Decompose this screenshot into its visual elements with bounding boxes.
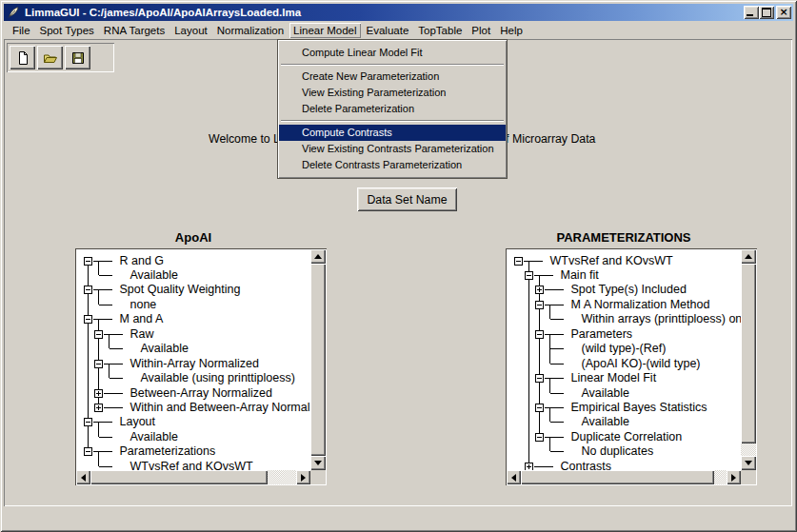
tree-node-label[interactable]: Within and Between-Array Normalized xyxy=(130,400,311,415)
tree-expand-toggle[interactable] xyxy=(525,463,533,470)
menu-item-create-new-parameterization[interactable]: Create New Parameterization xyxy=(279,69,506,85)
tree-collapse-toggle[interactable] xyxy=(84,257,92,266)
menu-item-compute-contrasts[interactable]: Compute Contrasts xyxy=(279,125,506,141)
menubar-item-help[interactable]: Help xyxy=(496,23,527,38)
menubar-item-plot[interactable]: Plot xyxy=(468,23,494,38)
tree-node-label[interactable]: Contrasts xyxy=(561,459,612,470)
right-tree-vertical-scrollbar[interactable] xyxy=(741,249,756,470)
menubar-item-layout[interactable]: Layout xyxy=(170,23,211,38)
menu-item-compute-linear-model-fit[interactable]: Compute Linear Model Fit xyxy=(279,45,506,61)
tree-node-label[interactable]: Available xyxy=(141,341,189,356)
tree-node-label[interactable]: R and G xyxy=(120,253,165,268)
menubar-item-file[interactable]: File xyxy=(9,23,34,38)
tree-node-label[interactable]: Raw xyxy=(130,326,154,342)
close-button[interactable]: × xyxy=(776,6,791,19)
tree-node-label[interactable]: Spot Type(s) Included xyxy=(571,282,687,297)
tree-node-label[interactable]: Duplicate Correlation xyxy=(571,429,683,444)
menubar-item-toptable[interactable]: TopTable xyxy=(414,23,466,38)
menu-item-delete-contrasts-parameterization[interactable]: Delete Contrasts Parameterization xyxy=(279,157,506,173)
scroll-left-button[interactable] xyxy=(76,470,90,484)
tree-node-label[interactable]: none xyxy=(130,297,157,312)
title-bar: LimmaGUI - C:/james/ApoAI/ApoAIArraysLoa… xyxy=(4,4,793,21)
left-tree-vertical-scrollbar[interactable] xyxy=(310,249,326,470)
scroll-down-button[interactable] xyxy=(741,456,756,470)
tree-node-label[interactable]: Parameterizations xyxy=(120,443,216,459)
right-tree-horizontal-scrollbar[interactable] xyxy=(507,470,741,484)
toolbar xyxy=(7,43,114,72)
menubar-item-evaluate[interactable]: Evaluate xyxy=(363,23,413,38)
tree-collapse-toggle[interactable] xyxy=(535,301,544,309)
new-file-icon xyxy=(15,50,30,66)
left-tree-title: ApoAI xyxy=(76,230,310,245)
tree-collapse-toggle[interactable] xyxy=(535,330,544,339)
tree-node-label[interactable]: Available xyxy=(582,414,630,429)
scrollbar-thumb[interactable] xyxy=(521,470,714,484)
tree-node-label[interactable]: (wild type)-(Ref) xyxy=(582,341,667,356)
scroll-up-button[interactable] xyxy=(741,249,756,264)
open-file-button[interactable] xyxy=(37,46,63,69)
tree-node-label[interactable]: Empirical Bayes Statistics xyxy=(571,400,707,415)
scrollbar-thumb[interactable] xyxy=(741,264,756,443)
tree-collapse-toggle[interactable] xyxy=(84,418,92,426)
tree-collapse-toggle[interactable] xyxy=(535,433,544,442)
tree-node-label[interactable]: Spot Quality Weighting xyxy=(120,282,241,297)
tree-collapse-toggle[interactable] xyxy=(84,447,92,456)
tree-collapse-toggle[interactable] xyxy=(535,404,544,412)
scrollbar-thumb[interactable] xyxy=(90,470,268,484)
right-tree-title: PARAMETERIZATIONS xyxy=(507,230,741,245)
tree-node-label[interactable]: Between-Array Normalized xyxy=(130,385,272,401)
scroll-left-button[interactable] xyxy=(507,470,521,484)
tree-node-label[interactable]: Layout xyxy=(120,414,156,429)
menu-item-view-existing-parameterization[interactable]: View Existing Parameterization xyxy=(279,85,506,101)
menu-item-delete-parameterization[interactable]: Delete Parameterization xyxy=(279,101,506,117)
menubar-item-linear-model[interactable]: Linear Model xyxy=(289,23,360,38)
left-tree-panel: R and GAvailableSpot Quality Weightingno… xyxy=(75,248,327,485)
tree-node-label[interactable]: WTvsRef and KOvsWT xyxy=(130,459,253,470)
tree-node-label[interactable]: WTvsRef and KOvsWT xyxy=(550,253,673,268)
new-file-button[interactable] xyxy=(10,46,35,69)
scroll-right-button[interactable] xyxy=(296,470,310,484)
left-tree-horizontal-scrollbar[interactable] xyxy=(76,470,310,484)
scroll-down-button[interactable] xyxy=(310,456,326,470)
tree-collapse-toggle[interactable] xyxy=(525,271,533,280)
tree-node-label[interactable]: Within-Array Normalized xyxy=(130,356,259,371)
tree-node-label[interactable]: M A Normalization Method xyxy=(571,297,710,312)
tree-node-label[interactable]: Parameters xyxy=(571,326,633,342)
save-icon xyxy=(70,50,86,66)
tree-node-label[interactable]: Available xyxy=(130,267,179,283)
tree-collapse-toggle[interactable] xyxy=(84,315,92,324)
tree-collapse-toggle[interactable] xyxy=(514,257,523,266)
tree-node-label[interactable]: Available (using printtiploess) xyxy=(141,370,295,385)
tree-node-label[interactable]: Available xyxy=(582,385,630,401)
minimize-button[interactable] xyxy=(744,6,759,19)
tree-node-label[interactable]: Within arrays (printtiploess) only xyxy=(582,311,742,326)
arrow-left-icon xyxy=(81,474,86,482)
right-tree: WTvsRef and KOvsWTMain fitSpot Type(s) I… xyxy=(507,249,741,470)
tree-node-label[interactable]: No duplicates xyxy=(582,443,654,459)
scroll-right-button[interactable] xyxy=(727,470,741,484)
save-file-button[interactable] xyxy=(65,46,90,69)
menubar-item-normalization[interactable]: Normalization xyxy=(213,23,288,38)
maximize-button[interactable] xyxy=(759,6,774,19)
tree-collapse-toggle[interactable] xyxy=(535,374,544,383)
tree-node-label[interactable]: (ApoAI KO)-(wild type) xyxy=(582,356,701,371)
tree-collapse-toggle[interactable] xyxy=(94,360,103,368)
tree-node-label[interactable]: M and A xyxy=(120,311,164,326)
tree-node-label[interactable]: Available xyxy=(130,429,179,444)
menu-separator xyxy=(281,64,504,66)
tree-node-label[interactable]: Main fit xyxy=(561,267,599,283)
menubar-item-spot-types[interactable]: Spot Types xyxy=(36,23,98,38)
tree-node-label[interactable]: Linear Model Fit xyxy=(571,370,657,385)
tree-expand-toggle[interactable] xyxy=(535,286,544,294)
tree-expand-toggle[interactable] xyxy=(94,389,103,398)
scrollbar-thumb[interactable] xyxy=(310,264,326,456)
close-icon: × xyxy=(779,8,787,17)
menu-bar: FileSpot TypesRNA TargetsLayoutNormaliza… xyxy=(4,21,793,39)
data-set-name-button[interactable]: Data Set Name xyxy=(357,187,457,211)
tree-collapse-toggle[interactable] xyxy=(84,286,92,294)
tree-collapse-toggle[interactable] xyxy=(94,330,103,339)
scroll-up-button[interactable] xyxy=(310,249,326,264)
menubar-item-rna-targets[interactable]: RNA Targets xyxy=(100,23,169,38)
menu-item-view-existing-contrasts-parameterization[interactable]: View Existing Contrasts Parameterization xyxy=(279,141,506,157)
tree-expand-toggle[interactable] xyxy=(94,404,103,412)
